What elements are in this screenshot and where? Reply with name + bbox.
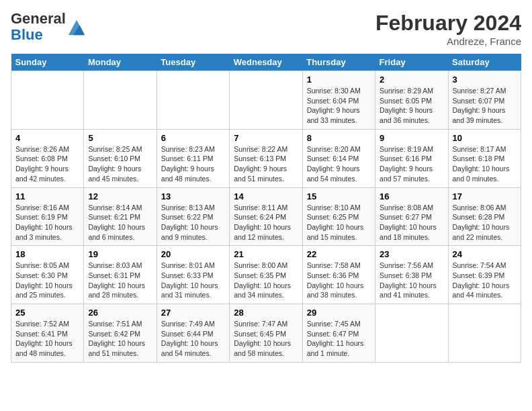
day-info: Sunrise: 8:29 AM Sunset: 6:05 PM Dayligh… bbox=[380, 86, 443, 126]
day-number: 18 bbox=[15, 249, 79, 259]
day-info: Sunrise: 8:30 AM Sunset: 6:04 PM Dayligh… bbox=[307, 86, 371, 126]
day-number: 28 bbox=[234, 308, 298, 318]
header-cell-wednesday: Wednesday bbox=[230, 54, 302, 71]
page-header: General Blue February 2024 Andreze, Fran… bbox=[11, 11, 521, 47]
title-block: February 2024 Andreze, France bbox=[375, 11, 521, 47]
day-info: Sunrise: 8:08 AM Sunset: 6:27 PM Dayligh… bbox=[380, 203, 443, 242]
calendar-cell: 14Sunrise: 8:11 AM Sunset: 6:24 PM Dayli… bbox=[230, 187, 302, 246]
day-number: 26 bbox=[88, 308, 152, 318]
day-info: Sunrise: 8:16 AM Sunset: 6:19 PM Dayligh… bbox=[15, 203, 79, 242]
calendar-cell: 2Sunrise: 8:29 AM Sunset: 6:05 PM Daylig… bbox=[375, 71, 448, 130]
day-number: 24 bbox=[453, 249, 517, 259]
day-info: Sunrise: 8:27 AM Sunset: 6:07 PM Dayligh… bbox=[453, 86, 517, 126]
calendar-cell: 13Sunrise: 8:13 AM Sunset: 6:22 PM Dayli… bbox=[157, 187, 229, 246]
day-info: Sunrise: 8:17 AM Sunset: 6:18 PM Dayligh… bbox=[453, 144, 517, 184]
day-number: 13 bbox=[161, 191, 225, 201]
day-number: 6 bbox=[161, 133, 225, 143]
day-number: 21 bbox=[234, 249, 298, 259]
day-info: Sunrise: 8:05 AM Sunset: 6:30 PM Dayligh… bbox=[15, 261, 79, 300]
day-info: Sunrise: 8:25 AM Sunset: 6:10 PM Dayligh… bbox=[88, 144, 152, 184]
calendar-cell: 26Sunrise: 7:51 AM Sunset: 6:42 PM Dayli… bbox=[84, 304, 157, 363]
calendar-cell: 21Sunrise: 8:00 AM Sunset: 6:35 PM Dayli… bbox=[230, 246, 302, 304]
calendar-cell: 12Sunrise: 8:14 AM Sunset: 6:21 PM Dayli… bbox=[84, 187, 157, 246]
header-cell-thursday: Thursday bbox=[302, 54, 375, 71]
day-info: Sunrise: 8:11 AM Sunset: 6:24 PM Dayligh… bbox=[234, 203, 298, 242]
day-number: 16 bbox=[380, 191, 443, 201]
day-number: 15 bbox=[307, 191, 371, 201]
day-number: 3 bbox=[453, 75, 517, 85]
calendar-cell: 6Sunrise: 8:23 AM Sunset: 6:11 PM Daylig… bbox=[157, 129, 229, 187]
calendar-cell bbox=[230, 71, 302, 130]
day-number: 2 bbox=[380, 75, 443, 85]
day-info: Sunrise: 7:45 AM Sunset: 6:47 PM Dayligh… bbox=[307, 319, 371, 359]
day-info: Sunrise: 8:26 AM Sunset: 6:08 PM Dayligh… bbox=[15, 144, 79, 184]
day-number: 14 bbox=[234, 191, 298, 201]
logo: General Blue bbox=[11, 11, 86, 43]
calendar-cell: 15Sunrise: 8:10 AM Sunset: 6:25 PM Dayli… bbox=[302, 187, 375, 246]
week-row-1: 4Sunrise: 8:26 AM Sunset: 6:08 PM Daylig… bbox=[11, 129, 521, 187]
week-row-0: 1Sunrise: 8:30 AM Sunset: 6:04 PM Daylig… bbox=[11, 71, 521, 130]
day-number: 27 bbox=[161, 308, 225, 318]
day-info: Sunrise: 8:23 AM Sunset: 6:11 PM Dayligh… bbox=[161, 144, 225, 184]
day-info: Sunrise: 8:03 AM Sunset: 6:31 PM Dayligh… bbox=[88, 261, 152, 300]
week-row-2: 11Sunrise: 8:16 AM Sunset: 6:19 PM Dayli… bbox=[11, 187, 521, 246]
day-info: Sunrise: 8:13 AM Sunset: 6:22 PM Dayligh… bbox=[161, 203, 225, 242]
calendar-cell: 8Sunrise: 8:20 AM Sunset: 6:14 PM Daylig… bbox=[302, 129, 375, 187]
calendar-cell: 1Sunrise: 8:30 AM Sunset: 6:04 PM Daylig… bbox=[302, 71, 375, 130]
calendar-cell: 27Sunrise: 7:49 AM Sunset: 6:44 PM Dayli… bbox=[157, 304, 229, 363]
calendar-cell: 4Sunrise: 8:26 AM Sunset: 6:08 PM Daylig… bbox=[11, 129, 84, 187]
day-info: Sunrise: 8:00 AM Sunset: 6:35 PM Dayligh… bbox=[234, 261, 298, 300]
calendar-cell: 5Sunrise: 8:25 AM Sunset: 6:10 PM Daylig… bbox=[84, 129, 157, 187]
header-cell-saturday: Saturday bbox=[448, 54, 521, 71]
calendar-cell: 20Sunrise: 8:01 AM Sunset: 6:33 PM Dayli… bbox=[157, 246, 229, 304]
day-number: 9 bbox=[380, 133, 443, 143]
day-number: 5 bbox=[88, 133, 152, 143]
week-row-4: 25Sunrise: 7:52 AM Sunset: 6:41 PM Dayli… bbox=[11, 304, 521, 363]
day-number: 7 bbox=[234, 133, 298, 143]
day-info: Sunrise: 7:54 AM Sunset: 6:39 PM Dayligh… bbox=[453, 261, 517, 300]
day-number: 11 bbox=[15, 191, 79, 201]
calendar-cell: 18Sunrise: 8:05 AM Sunset: 6:30 PM Dayli… bbox=[11, 246, 84, 304]
day-info: Sunrise: 7:47 AM Sunset: 6:45 PM Dayligh… bbox=[234, 319, 298, 359]
calendar-cell bbox=[157, 71, 229, 130]
day-info: Sunrise: 7:51 AM Sunset: 6:42 PM Dayligh… bbox=[88, 319, 152, 359]
header-cell-monday: Monday bbox=[84, 54, 157, 71]
day-info: Sunrise: 7:58 AM Sunset: 6:36 PM Dayligh… bbox=[307, 261, 371, 300]
logo-general-text: General bbox=[11, 10, 66, 27]
month-year-title: February 2024 bbox=[375, 11, 521, 36]
calendar-cell: 23Sunrise: 7:56 AM Sunset: 6:38 PM Dayli… bbox=[375, 246, 448, 304]
calendar-cell: 7Sunrise: 8:22 AM Sunset: 6:13 PM Daylig… bbox=[230, 129, 302, 187]
calendar-cell: 25Sunrise: 7:52 AM Sunset: 6:41 PM Dayli… bbox=[11, 304, 84, 363]
day-number: 1 bbox=[307, 75, 371, 85]
day-info: Sunrise: 8:20 AM Sunset: 6:14 PM Dayligh… bbox=[307, 144, 371, 184]
calendar-cell: 17Sunrise: 8:06 AM Sunset: 6:28 PM Dayli… bbox=[448, 187, 521, 246]
day-info: Sunrise: 8:01 AM Sunset: 6:33 PM Dayligh… bbox=[161, 261, 225, 300]
calendar-cell: 3Sunrise: 8:27 AM Sunset: 6:07 PM Daylig… bbox=[448, 71, 521, 130]
header-cell-tuesday: Tuesday bbox=[157, 54, 229, 71]
header-cell-sunday: Sunday bbox=[11, 54, 84, 71]
calendar-cell: 24Sunrise: 7:54 AM Sunset: 6:39 PM Dayli… bbox=[448, 246, 521, 304]
location-label: Andreze, France bbox=[375, 36, 521, 47]
calendar-cell: 22Sunrise: 7:58 AM Sunset: 6:36 PM Dayli… bbox=[302, 246, 375, 304]
day-number: 23 bbox=[380, 249, 443, 259]
calendar-cell: 10Sunrise: 8:17 AM Sunset: 6:18 PM Dayli… bbox=[448, 129, 521, 187]
header-row: SundayMondayTuesdayWednesdayThursdayFrid… bbox=[11, 54, 521, 71]
header-cell-friday: Friday bbox=[375, 54, 448, 71]
day-info: Sunrise: 8:22 AM Sunset: 6:13 PM Dayligh… bbox=[234, 144, 298, 184]
day-info: Sunrise: 8:14 AM Sunset: 6:21 PM Dayligh… bbox=[88, 203, 152, 242]
day-info: Sunrise: 7:56 AM Sunset: 6:38 PM Dayligh… bbox=[380, 261, 443, 300]
day-number: 4 bbox=[15, 133, 79, 143]
calendar-cell bbox=[448, 304, 521, 363]
week-row-3: 18Sunrise: 8:05 AM Sunset: 6:30 PM Dayli… bbox=[11, 246, 521, 304]
day-number: 8 bbox=[307, 133, 371, 143]
calendar-header: SundayMondayTuesdayWednesdayThursdayFrid… bbox=[11, 54, 521, 71]
calendar-cell: 28Sunrise: 7:47 AM Sunset: 6:45 PM Dayli… bbox=[230, 304, 302, 363]
calendar-cell: 16Sunrise: 8:08 AM Sunset: 6:27 PM Dayli… bbox=[375, 187, 448, 246]
day-info: Sunrise: 7:49 AM Sunset: 6:44 PM Dayligh… bbox=[161, 319, 225, 359]
logo-icon bbox=[67, 17, 86, 36]
day-info: Sunrise: 8:10 AM Sunset: 6:25 PM Dayligh… bbox=[307, 203, 371, 242]
day-number: 25 bbox=[15, 308, 79, 318]
day-number: 29 bbox=[307, 308, 371, 318]
calendar-cell: 29Sunrise: 7:45 AM Sunset: 6:47 PM Dayli… bbox=[302, 304, 375, 363]
calendar-body: 1Sunrise: 8:30 AM Sunset: 6:04 PM Daylig… bbox=[11, 71, 521, 363]
